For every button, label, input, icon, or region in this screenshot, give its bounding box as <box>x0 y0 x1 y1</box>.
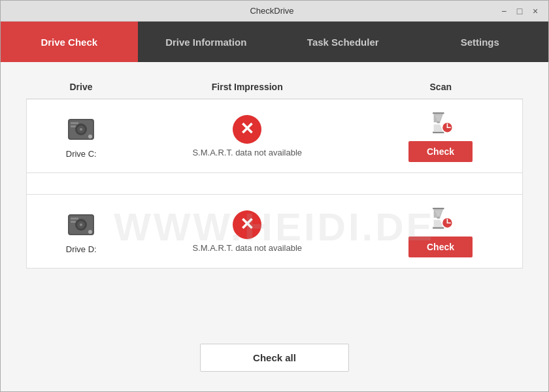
drive-d-cell: Drive D: <box>27 195 136 269</box>
maximize-button[interactable]: □ <box>513 5 526 18</box>
title-bar: CheckDrive − □ × <box>1 1 548 22</box>
drive-c-label: Drive C: <box>66 149 97 159</box>
drive-c-icon-wrap: Drive C: <box>40 114 122 159</box>
hourglass-icon-c <box>427 110 454 136</box>
check-all-wrapper: Check all <box>200 331 349 378</box>
hdd-icon-d <box>65 209 97 240</box>
svg-point-21 <box>80 223 82 226</box>
drive-c-error-wrap: ✕ S.M.A.R.T. data not available <box>148 115 346 157</box>
main-window: CheckDrive − □ × Drive Check Drive Infor… <box>0 0 549 392</box>
table-row: Drive D: ✕ S.M.A.R.T. data not available <box>27 195 523 269</box>
tab-task-scheduler[interactable]: Task Scheduler <box>274 22 412 62</box>
table-row: Drive C: ✕ S.M.A.R.T. data not available <box>27 99 523 173</box>
svg-rect-6 <box>71 125 76 127</box>
window-controls: − □ × <box>497 5 542 18</box>
main-content: WWW.HEIDI.DE Drive First Impression Scan <box>1 62 548 391</box>
minimize-button[interactable]: − <box>497 5 510 18</box>
tab-settings[interactable]: Settings <box>412 22 549 62</box>
tab-bar: Drive Check Drive Information Task Sched… <box>1 22 548 62</box>
drive-c-status: S.M.A.R.T. data not available <box>192 148 302 157</box>
error-icon-c: ✕ <box>233 115 261 144</box>
drive-c-cell: Drive C: <box>27 99 136 173</box>
check-all-button[interactable]: Check all <box>200 344 349 372</box>
check-button-c[interactable]: Check <box>408 141 473 162</box>
svg-rect-25 <box>433 208 444 209</box>
close-button[interactable]: × <box>529 5 542 18</box>
hdd-icon-c <box>65 114 97 145</box>
svg-point-7 <box>88 135 92 139</box>
drive-d-impression-cell: ✕ S.M.A.R.T. data not available <box>135 195 359 269</box>
svg-rect-26 <box>433 227 444 229</box>
tab-drive-information[interactable]: Drive Information <box>138 22 275 62</box>
check-button-d[interactable]: Check <box>408 237 473 257</box>
row-spacer <box>27 173 523 195</box>
svg-point-4 <box>80 128 82 131</box>
svg-point-12 <box>437 122 440 123</box>
drive-d-label: Drive D: <box>66 244 97 254</box>
svg-point-24 <box>88 230 92 234</box>
error-icon-d: ✕ <box>233 210 261 239</box>
drive-d-status: S.M.A.R.T. data not available <box>192 243 302 253</box>
drive-table: Drive First Impression Scan <box>26 75 523 269</box>
svg-rect-22 <box>71 218 78 220</box>
drive-c-scan-wrap: Check <box>372 110 509 162</box>
drive-d-scan-wrap: Check <box>372 205 509 257</box>
col-header-drive: Drive <box>27 75 136 99</box>
svg-rect-9 <box>433 132 444 133</box>
svg-point-29 <box>437 217 440 219</box>
drive-c-scan-cell: Check <box>359 99 522 173</box>
drive-d-error-wrap: ✕ S.M.A.R.T. data not available <box>148 210 346 253</box>
svg-rect-5 <box>71 122 78 124</box>
svg-rect-8 <box>433 112 444 114</box>
col-header-scan: Scan <box>359 75 522 99</box>
drive-d-icon-wrap: Drive D: <box>40 209 122 254</box>
drive-c-impression-cell: ✕ S.M.A.R.T. data not available <box>135 99 359 173</box>
window-title: CheckDrive <box>46 6 497 16</box>
col-header-first-impression: First Impression <box>135 75 359 99</box>
svg-rect-23 <box>71 221 76 223</box>
drive-d-scan-cell: Check <box>359 195 522 269</box>
tab-drive-check[interactable]: Drive Check <box>1 22 138 62</box>
hourglass-icon-d <box>427 205 454 231</box>
